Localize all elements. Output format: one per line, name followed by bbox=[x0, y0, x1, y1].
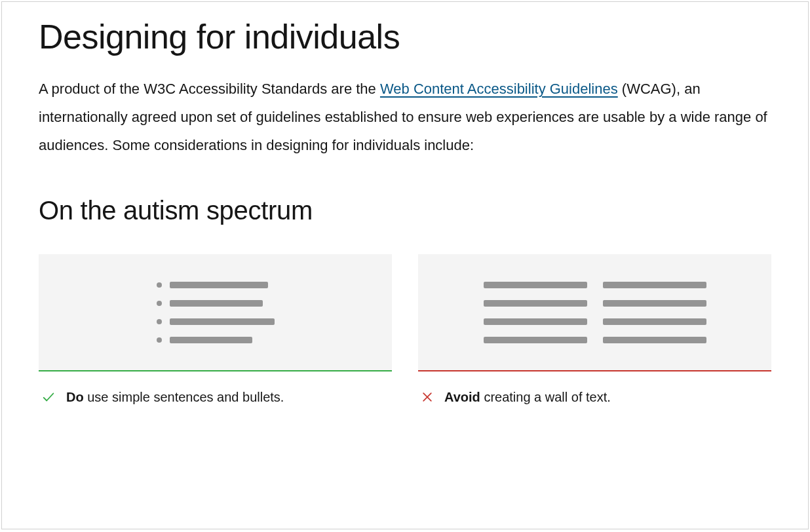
text-line-graphic bbox=[603, 318, 706, 325]
do-caption-text: Do use simple sentences and bullets. bbox=[66, 387, 284, 407]
wall-column bbox=[484, 282, 587, 343]
text-line-graphic bbox=[484, 300, 587, 307]
cards-row: Do use simple sentences and bullets. bbox=[39, 254, 771, 407]
avoid-text: creating a wall of text. bbox=[480, 390, 611, 404]
text-line-graphic bbox=[170, 318, 275, 325]
page-title: Designing for individuals bbox=[39, 18, 771, 57]
bullet-row bbox=[157, 300, 275, 307]
avoid-card: Avoid creating a wall of text. bbox=[418, 254, 771, 407]
bullet-row bbox=[157, 282, 275, 288]
do-label: Do bbox=[66, 390, 84, 404]
avoid-caption-text: Avoid creating a wall of text. bbox=[444, 387, 611, 407]
section-title: On the autism spectrum bbox=[39, 196, 771, 225]
wcag-link[interactable]: Web Content Accessibility Guidelines bbox=[380, 81, 618, 97]
text-line-graphic bbox=[603, 337, 706, 343]
wall-column bbox=[603, 282, 706, 343]
bullet-row bbox=[157, 318, 275, 325]
bullet-list-graphic bbox=[157, 282, 275, 343]
avoid-caption: Avoid creating a wall of text. bbox=[418, 371, 771, 407]
text-line-graphic bbox=[484, 337, 587, 343]
bullet-dot-icon bbox=[157, 301, 162, 306]
do-caption: Do use simple sentences and bullets. bbox=[39, 371, 392, 407]
bullet-dot-icon bbox=[157, 282, 162, 288]
bullet-dot-icon bbox=[157, 337, 162, 343]
do-illustration bbox=[39, 254, 392, 371]
bullet-row bbox=[157, 337, 275, 343]
wall-of-text-graphic bbox=[484, 282, 706, 343]
do-text: use simple sentences and bullets. bbox=[84, 390, 284, 404]
text-line-graphic bbox=[170, 300, 263, 307]
do-card: Do use simple sentences and bullets. bbox=[39, 254, 392, 407]
check-icon bbox=[41, 390, 56, 404]
text-line-graphic bbox=[170, 282, 268, 288]
text-line-graphic bbox=[484, 282, 587, 288]
bullet-dot-icon bbox=[157, 319, 162, 324]
avoid-illustration bbox=[418, 254, 771, 371]
text-line-graphic bbox=[603, 300, 706, 307]
intro-text-pre: A product of the W3C Accessibility Stand… bbox=[39, 81, 380, 97]
x-icon bbox=[421, 390, 434, 404]
text-line-graphic bbox=[603, 282, 706, 288]
avoid-label: Avoid bbox=[444, 390, 480, 404]
text-line-graphic bbox=[170, 337, 252, 343]
page-frame: Designing for individuals A product of t… bbox=[1, 1, 809, 529]
text-line-graphic bbox=[484, 318, 587, 325]
intro-paragraph: A product of the W3C Accessibility Stand… bbox=[39, 75, 771, 160]
